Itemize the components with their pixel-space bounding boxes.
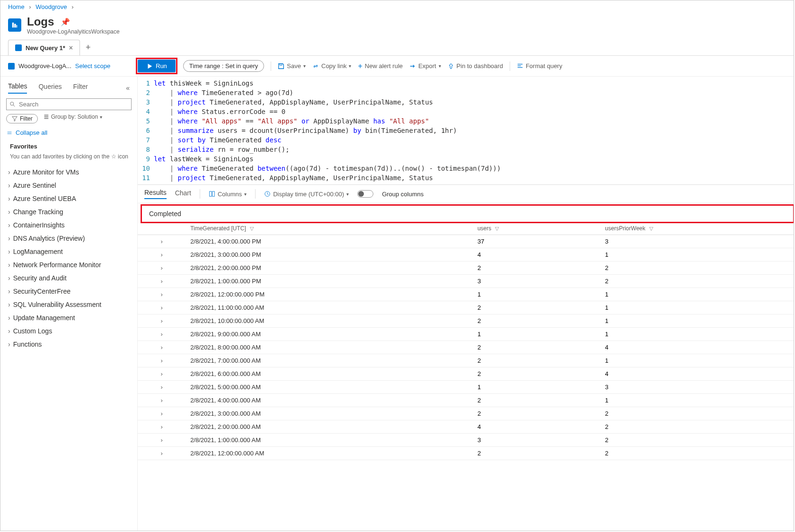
tree-item[interactable]: ContainerInsights bbox=[6, 218, 132, 232]
select-scope-link[interactable]: Select scope bbox=[75, 62, 110, 70]
query-editor[interactable]: 1234567891011 let thisWeek = SigninLogs … bbox=[138, 77, 794, 185]
table-row[interactable]: › 2/8/2021, 9:00:00.000 AM 1 1 bbox=[138, 328, 794, 341]
expand-row-icon[interactable]: › bbox=[138, 288, 186, 301]
collapse-all-link[interactable]: Collapse all bbox=[6, 129, 132, 136]
sidebar-tab-tables[interactable]: Tables bbox=[8, 82, 27, 94]
table-row[interactable]: › 2/8/2021, 2:00:00.000 AM 4 2 bbox=[138, 420, 794, 434]
table-row[interactable]: › 2/8/2021, 2:00:00.000 PM 2 2 bbox=[138, 262, 794, 275]
expand-row-icon[interactable]: › bbox=[138, 381, 186, 394]
time-range-picker[interactable]: Time range : Set in query bbox=[183, 60, 265, 72]
cell-users: 2 bbox=[473, 341, 601, 354]
expand-row-icon[interactable]: › bbox=[138, 407, 186, 420]
col-time[interactable]: TimeGenerated [UTC]▽ bbox=[186, 222, 473, 235]
display-time-button[interactable]: Display time (UTC+00:00)▾ bbox=[264, 191, 349, 198]
expand-row-icon[interactable]: › bbox=[138, 248, 186, 262]
table-row[interactable]: › 2/8/2021, 3:00:00.000 AM 2 2 bbox=[138, 407, 794, 420]
chart-tab[interactable]: Chart bbox=[175, 189, 191, 199]
cell-usersprior: 3 bbox=[601, 235, 794, 248]
query-tab-active[interactable]: New Query 1* × bbox=[8, 40, 80, 55]
tree-item[interactable]: Azure Sentinel UEBA bbox=[6, 192, 132, 205]
expand-row-icon[interactable]: › bbox=[138, 434, 186, 447]
filter-icon[interactable]: ▽ bbox=[649, 226, 653, 231]
separator bbox=[255, 189, 256, 199]
search-box[interactable] bbox=[6, 98, 132, 110]
tree-item[interactable]: DNS Analytics (Preview) bbox=[6, 232, 132, 245]
scope-icon bbox=[8, 63, 15, 70]
expand-row-icon[interactable]: › bbox=[138, 367, 186, 381]
tree-item[interactable]: Azure Sentinel bbox=[6, 179, 132, 192]
format-query-button[interactable]: Format query bbox=[517, 62, 562, 70]
query-tab-label: New Query 1* bbox=[26, 44, 65, 52]
cell-time: 2/8/2021, 12:00:00.000 PM bbox=[186, 288, 473, 301]
cell-users: 1 bbox=[473, 288, 601, 301]
expand-row-icon[interactable]: › bbox=[138, 394, 186, 407]
table-row[interactable]: › 2/8/2021, 12:00:00.000 AM 2 2 bbox=[138, 447, 794, 460]
table-row[interactable]: › 2/8/2021, 4:00:00.000 AM 2 1 bbox=[138, 394, 794, 407]
tree-item[interactable]: Custom Logs bbox=[6, 324, 132, 338]
columns-button[interactable]: Columns▾ bbox=[209, 191, 247, 198]
export-button[interactable]: Export▾ bbox=[409, 62, 441, 70]
table-row[interactable]: › 2/8/2021, 3:00:00.000 PM 4 1 bbox=[138, 248, 794, 262]
cell-users: 1 bbox=[473, 381, 601, 394]
filter-icon[interactable]: ▽ bbox=[250, 226, 254, 231]
expand-row-icon[interactable]: › bbox=[138, 275, 186, 288]
query-tabs: New Query 1* × + bbox=[0, 40, 794, 56]
collapse-sidebar-icon[interactable]: « bbox=[126, 84, 130, 92]
col-usersprior[interactable]: usersPriorWeek▽ bbox=[601, 222, 794, 235]
close-tab-icon[interactable]: × bbox=[69, 44, 73, 52]
cell-time: 2/8/2021, 2:00:00.000 PM bbox=[186, 262, 473, 275]
table-row[interactable]: › 2/8/2021, 4:00:00.000 PM 37 3 bbox=[138, 235, 794, 248]
tree-item[interactable]: Change Tracking bbox=[6, 205, 132, 218]
expand-row-icon[interactable]: › bbox=[138, 301, 186, 314]
filter-icon[interactable]: ▽ bbox=[495, 226, 499, 231]
expand-row-icon[interactable]: › bbox=[138, 328, 186, 341]
pin-button[interactable]: Pin to dashboard bbox=[448, 62, 503, 70]
new-tab-button[interactable]: + bbox=[86, 43, 91, 52]
list-icon bbox=[43, 113, 49, 120]
filter-chip[interactable]: Filter bbox=[6, 114, 38, 123]
table-row[interactable]: › 2/8/2021, 5:00:00.000 AM 1 3 bbox=[138, 381, 794, 394]
table-row[interactable]: › 2/8/2021, 1:00:00.000 PM 3 2 bbox=[138, 275, 794, 288]
cell-usersprior: 1 bbox=[601, 328, 794, 341]
tree-item[interactable]: Update Management bbox=[6, 311, 132, 324]
cell-usersprior: 1 bbox=[601, 394, 794, 407]
tree-item[interactable]: Security and Audit bbox=[6, 271, 132, 285]
code-content[interactable]: let thisWeek = SigninLogs | where TimeGe… bbox=[154, 78, 501, 183]
expand-row-icon[interactable]: › bbox=[138, 314, 186, 328]
tree-item[interactable]: Network Performance Monitor bbox=[6, 258, 132, 271]
svg-rect-1 bbox=[14, 24, 16, 27]
expand-row-icon[interactable]: › bbox=[138, 235, 186, 248]
tree-item[interactable]: LogManagement bbox=[6, 245, 132, 258]
breadcrumb-woodgrove[interactable]: Woodgrove bbox=[35, 3, 67, 10]
table-row[interactable]: › 2/8/2021, 8:00:00.000 AM 2 4 bbox=[138, 341, 794, 354]
table-row[interactable]: › 2/8/2021, 11:00:00.000 AM 2 1 bbox=[138, 301, 794, 314]
expand-row-icon[interactable]: › bbox=[138, 262, 186, 275]
copy-link-button[interactable]: Copy link▾ bbox=[312, 62, 351, 70]
table-row[interactable]: › 2/8/2021, 12:00:00.000 PM 1 1 bbox=[138, 288, 794, 301]
results-tab[interactable]: Results bbox=[144, 189, 167, 199]
expand-row-icon[interactable]: › bbox=[138, 420, 186, 434]
cell-users: 37 bbox=[473, 235, 601, 248]
save-button[interactable]: Save▾ bbox=[278, 62, 306, 70]
tree-item[interactable]: SQL Vulnerability Assessment bbox=[6, 298, 132, 311]
search-input[interactable] bbox=[19, 101, 128, 108]
tree-item[interactable]: SecurityCenterFree bbox=[6, 285, 132, 298]
group-columns-toggle[interactable] bbox=[357, 190, 373, 198]
table-row[interactable]: › 2/8/2021, 10:00:00.000 AM 2 1 bbox=[138, 314, 794, 328]
tree-item[interactable]: Azure Monitor for VMs bbox=[6, 166, 132, 179]
sidebar-tab-queries[interactable]: Queries bbox=[38, 83, 62, 93]
expand-row-icon[interactable]: › bbox=[138, 354, 186, 367]
pin-icon[interactable]: 📌 bbox=[61, 17, 70, 26]
tree-item[interactable]: Functions bbox=[6, 338, 132, 351]
sidebar-tab-filter[interactable]: Filter bbox=[73, 83, 88, 93]
expand-row-icon[interactable]: › bbox=[138, 447, 186, 460]
table-row[interactable]: › 2/8/2021, 7:00:00.000 AM 2 1 bbox=[138, 354, 794, 367]
group-by-dropdown[interactable]: Group by: Solution ▾ bbox=[43, 113, 102, 120]
breadcrumb-home[interactable]: Home bbox=[8, 3, 25, 10]
col-users[interactable]: users▽ bbox=[473, 222, 601, 235]
new-alert-button[interactable]: + New alert rule bbox=[358, 62, 403, 70]
expand-row-icon[interactable]: › bbox=[138, 341, 186, 354]
table-row[interactable]: › 2/8/2021, 1:00:00.000 AM 3 2 bbox=[138, 434, 794, 447]
table-row[interactable]: › 2/8/2021, 6:00:00.000 AM 2 4 bbox=[138, 367, 794, 381]
run-button[interactable]: Run bbox=[138, 60, 176, 72]
